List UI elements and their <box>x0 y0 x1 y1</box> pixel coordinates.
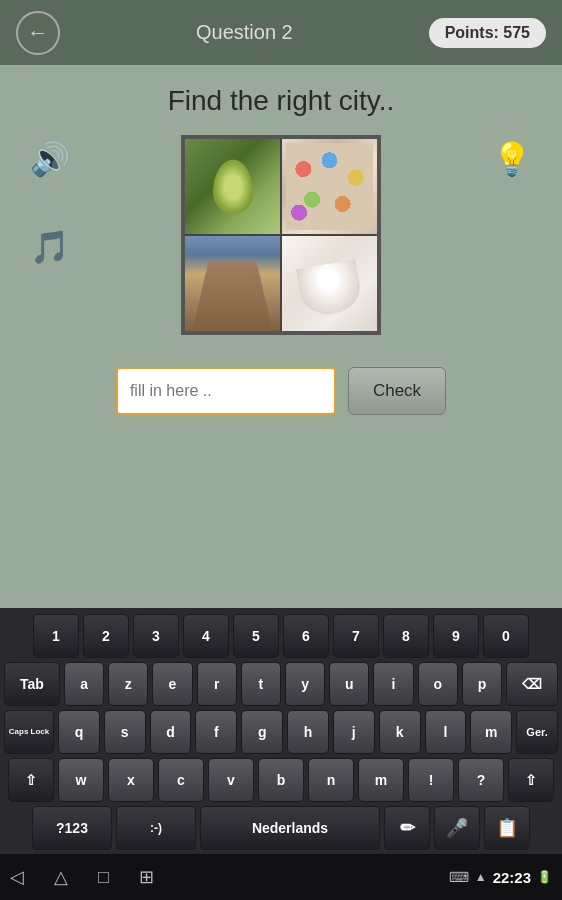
main-content: Find the right city.. 🔊 🎵 💡 Check <box>0 65 562 608</box>
answer-input[interactable] <box>116 367 336 415</box>
shift-left-key[interactable]: ⇧ <box>8 758 54 802</box>
key-m[interactable]: m <box>470 710 512 754</box>
key-n[interactable]: n <box>308 758 354 802</box>
caps-lock-key[interactable]: Caps Lock <box>4 710 54 754</box>
key-r[interactable]: r <box>197 662 237 706</box>
key-mic[interactable]: 🎤 <box>434 806 480 850</box>
signal-icon: ▲ <box>475 870 487 884</box>
shift-right-key[interactable]: ⇧ <box>508 758 554 802</box>
key-d[interactable]: d <box>150 710 192 754</box>
key-y[interactable]: y <box>285 662 325 706</box>
image-grid <box>181 135 381 335</box>
input-row: Check <box>116 367 446 415</box>
key-z[interactable]: z <box>108 662 148 706</box>
key-u[interactable]: u <box>329 662 369 706</box>
back-button[interactable]: ← <box>16 11 60 55</box>
instruction-text: Find the right city.. <box>168 85 395 117</box>
battery-icon: 🔋 <box>537 870 552 884</box>
image-cell-2 <box>282 139 377 234</box>
top-bar: ← Question 2 Points: 575 <box>0 0 562 65</box>
space-key[interactable]: Nederlands <box>200 806 380 850</box>
key-numbers-toggle[interactable]: ?123 <box>32 806 112 850</box>
bottom-nav-bar: ◁ △ □ ⊞ ⌨ ▲ 22:23 🔋 <box>0 854 562 900</box>
shift-right-icon: ⇧ <box>525 772 537 788</box>
key-edit[interactable]: ✏ <box>384 806 430 850</box>
key-h[interactable]: h <box>287 710 329 754</box>
key-7[interactable]: 7 <box>333 614 379 658</box>
key-5[interactable]: 5 <box>233 614 279 658</box>
nav-buttons: ◁ △ □ ⊞ <box>10 866 154 888</box>
nav-back-icon[interactable]: ◁ <box>10 866 24 888</box>
question-title: Question 2 <box>196 21 293 44</box>
backspace-key[interactable]: ⌫ <box>506 662 558 706</box>
music-icon[interactable]: 🎵 <box>30 228 70 266</box>
key-g[interactable]: g <box>241 710 283 754</box>
key-f[interactable]: f <box>195 710 237 754</box>
shift-left-icon: ⇧ <box>25 772 37 788</box>
key-6[interactable]: 6 <box>283 614 329 658</box>
keyboard-row2: Caps Lock q s d f g h j k l m Ger. <box>4 710 558 754</box>
key-3[interactable]: 3 <box>133 614 179 658</box>
key-w[interactable]: w <box>58 758 104 802</box>
hint-bulb-icon[interactable]: 💡 <box>492 141 532 177</box>
side-icons-left: 🔊 🎵 <box>30 140 70 266</box>
keyboard-number-row: 1 2 3 4 5 6 7 8 9 0 <box>4 614 558 658</box>
key-emoji[interactable]: :-) <box>116 806 196 850</box>
image-cell-3 <box>185 236 280 331</box>
image-cell-4 <box>282 236 377 331</box>
nav-home-icon[interactable]: △ <box>54 866 68 888</box>
check-button[interactable]: Check <box>348 367 446 415</box>
key-v[interactable]: v <box>208 758 254 802</box>
key-s[interactable]: s <box>104 710 146 754</box>
key-m2[interactable]: m <box>358 758 404 802</box>
key-tab[interactable]: Tab <box>4 662 60 706</box>
key-o[interactable]: o <box>418 662 458 706</box>
key-2[interactable]: 2 <box>83 614 129 658</box>
key-1[interactable]: 1 <box>33 614 79 658</box>
keyboard-row1: Tab a z e r t y u i o p ⌫ <box>4 662 558 706</box>
nav-menu-icon[interactable]: ⊞ <box>139 866 154 888</box>
points-badge: Points: 575 <box>429 18 546 48</box>
key-9[interactable]: 9 <box>433 614 479 658</box>
key-p[interactable]: p <box>462 662 502 706</box>
key-clipboard[interactable]: 📋 <box>484 806 530 850</box>
key-exclaim[interactable]: ! <box>408 758 454 802</box>
key-c[interactable]: c <box>158 758 204 802</box>
key-question[interactable]: ? <box>458 758 504 802</box>
key-e[interactable]: e <box>152 662 192 706</box>
key-a[interactable]: a <box>64 662 104 706</box>
keyboard-row3: ⇧ w x c v b n m ! ? ⇧ <box>4 758 558 802</box>
key-x[interactable]: x <box>108 758 154 802</box>
key-l[interactable]: l <box>425 710 467 754</box>
key-t[interactable]: t <box>241 662 281 706</box>
keyboard-status-icon: ⌨ <box>449 869 469 885</box>
key-j[interactable]: j <box>333 710 375 754</box>
speaker-icon[interactable]: 🔊 <box>30 140 70 178</box>
key-k[interactable]: k <box>379 710 421 754</box>
keyboard-bottom-row: ?123 :-) Nederlands ✏ 🎤 📋 <box>4 806 558 850</box>
status-area: ⌨ ▲ 22:23 🔋 <box>449 869 552 886</box>
key-i[interactable]: i <box>373 662 413 706</box>
key-8[interactable]: 8 <box>383 614 429 658</box>
clock: 22:23 <box>493 869 531 886</box>
back-icon: ← <box>27 20 49 46</box>
key-q[interactable]: q <box>58 710 100 754</box>
key-b[interactable]: b <box>258 758 304 802</box>
image-cell-1 <box>185 139 280 234</box>
backspace-icon: ⌫ <box>522 676 542 692</box>
key-ger[interactable]: Ger. <box>516 710 558 754</box>
side-icon-right: 💡 <box>492 140 532 178</box>
key-4[interactable]: 4 <box>183 614 229 658</box>
image-grid-container <box>181 135 381 335</box>
key-0[interactable]: 0 <box>483 614 529 658</box>
keyboard: 1 2 3 4 5 6 7 8 9 0 Tab a z e r t y u i … <box>0 608 562 854</box>
nav-recent-icon[interactable]: □ <box>98 867 109 888</box>
